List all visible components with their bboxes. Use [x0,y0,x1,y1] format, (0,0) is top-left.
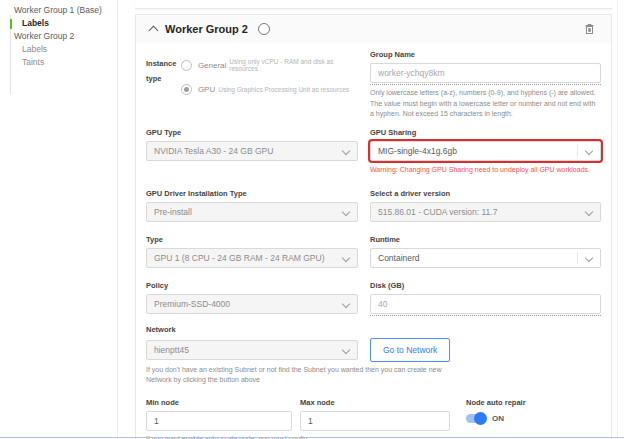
chevron-down-icon [342,345,350,353]
runtime-field: Runtime Containerd [370,235,601,268]
network-help: If you don't have an existing Subnet or … [146,365,446,386]
policy-field: Policy Premium-SSD-4000 [146,281,358,316]
node-auto-repair-toggle[interactable] [466,414,485,423]
group-name-label: Group Name [370,50,601,59]
radio-general-circle-icon [181,60,192,71]
radio-gpu: GPU Using Graphics Processing Unit as re… [181,84,358,95]
gpu-type-field: GPU Type NVIDIA Tesla A30 - 24 GB GPU [146,128,358,173]
collapse-icon[interactable] [149,26,159,36]
network-field: Network hienptt45 Go to Network If you d… [146,325,601,386]
max-node-field: Max node 1 [300,398,450,439]
radio-gpu-desc: Using Graphics Processing Unit as resour… [218,86,349,93]
gpu-type-label: GPU Type [146,128,358,137]
status-circle-icon [258,23,270,35]
gpu-sharing-field: GPU Sharing MIG-single-4x1g.6gb Warning:… [370,128,601,173]
network-label: Network [146,325,601,334]
sidebar: Worker Group 1 (Base) Labels Worker Grou… [0,0,118,439]
runtime-select[interactable]: Containerd [370,248,601,268]
select-separator [577,252,578,264]
type-label: Type [146,235,358,244]
gpu-sharing-value: MIG-single-4x1g.6gb [378,146,457,156]
type-value: GPU 1 (8 CPU - 24 GB RAM - 24 RAM GPU) [154,253,325,263]
chevron-down-icon [342,207,350,215]
radio-general-name: General [198,61,226,70]
node-auto-repair-field: Node auto repair ON [458,398,601,439]
type-select: GPU 1 (8 CPU - 24 GB RAM - 24 RAM GPU) [146,248,358,268]
active-indicator [10,19,12,29]
min-node-input[interactable]: 1 [146,411,292,431]
node-auto-repair-label: Node auto repair [466,398,601,407]
disk-label: Disk (GB) [370,281,601,290]
group-name-input[interactable]: worker-ychqy8km [370,63,601,83]
select-separator [577,145,578,157]
panel-right-border [617,0,618,439]
chevron-down-icon [342,299,350,307]
radio-gpu-name: GPU [198,85,215,94]
delete-worker-group-icon[interactable] [584,23,595,35]
network-select: hienptt45 [146,340,358,360]
go-to-network-button[interactable]: Go to Network [370,338,450,362]
chevron-down-icon [342,253,350,261]
driver-version-field: Select a driver version 515.86.01 - CUDA… [370,189,601,222]
chevron-down-icon [585,253,593,261]
radio-general-desc: Using only vCPU - RAM and disk as resour… [229,58,358,72]
toggle-knob [474,412,487,425]
gpu-driver-type-select: Pre-install [146,202,358,222]
gpu-type-select: NVIDIA Tesla A30 - 24 GB GPU [146,141,358,161]
gpu-driver-type-label: GPU Driver Installation Type [146,189,358,198]
previous-card-edge [135,0,612,9]
gpu-type-value: NVIDIA Tesla A30 - 24 GB GPU [154,146,273,156]
min-node-label: Min node [146,398,292,407]
max-node-label: Max node [300,398,450,407]
worker-group-2-card: Worker Group 2 Instance type [135,14,612,439]
bottom-border [0,437,624,438]
driver-version-select: 515.86.01 - CUDA version: 11.7 [370,202,601,222]
panel-title: Worker Group 2 [165,23,248,35]
policy-value: Premium-SSD-4000 [154,299,230,309]
sidebar-item-worker-group-1[interactable]: Worker Group 1 (Base) [0,4,117,17]
disk-field: Disk (GB) 40 [370,281,601,316]
type-field: Type GPU 1 (8 CPU - 24 GB RAM - 24 RAM G… [146,235,358,268]
policy-select: Premium-SSD-4000 [146,294,358,314]
nodes-row: Min node 1 If you want enable auto-scale… [146,398,601,439]
instance-type-label: Instance type [146,50,181,120]
gpu-driver-type-value: Pre-install [154,207,192,217]
sidebar-item-labels-2[interactable]: Labels [0,43,117,56]
worker-group-config-screen: Worker Group 1 (Base) Labels Worker Grou… [0,0,624,439]
card-header: Worker Group 2 [136,15,611,43]
toggle-state: ON [492,414,504,423]
runtime-label: Runtime [370,235,601,244]
sidebar-item-worker-group-2[interactable]: Worker Group 2 [0,30,117,43]
driver-version-label: Select a driver version [370,189,601,198]
chevron-down-icon [342,146,350,154]
group-name-help: Only lowercase letters (a-z), numbers (0… [370,88,601,120]
gpu-sharing-warning: Warning: Changing GPU Sharing need to un… [370,166,601,173]
gpu-driver-type-field: GPU Driver Installation Type Pre-install [146,189,358,222]
runtime-value: Containerd [378,253,420,263]
dotted-underline [370,84,601,85]
network-value: hienptt45 [154,345,189,355]
driver-version-value: 515.86.01 - CUDA version: 11.7 [378,207,497,217]
chevron-down-icon [585,207,593,215]
sidebar-item-taints[interactable]: Taints [0,56,117,69]
instance-type-field: Instance type General Using only vCPU - … [146,50,358,120]
sidebar-item-labels-1[interactable]: Labels [0,17,117,30]
disk-input[interactable]: 40 [370,294,601,314]
policy-label: Policy [146,281,358,290]
chevron-down-icon [585,146,593,154]
max-node-input[interactable]: 1 [300,411,450,431]
radio-gpu-circle-icon [181,84,192,95]
main-panel: Worker Group 2 Instance type [135,0,612,439]
gpu-sharing-label: GPU Sharing [370,128,601,137]
min-node-field: Min node 1 If you want enable auto-scale… [146,398,292,439]
dotted-underline [370,315,601,316]
gpu-sharing-select[interactable]: MIG-single-4x1g.6gb [370,141,601,161]
form: Instance type General Using only vCPU - … [136,43,611,439]
radio-general: General Using only vCPU - RAM and disk a… [181,58,358,72]
group-name-field: Group Name worker-ychqy8km Only lowercas… [370,50,601,120]
